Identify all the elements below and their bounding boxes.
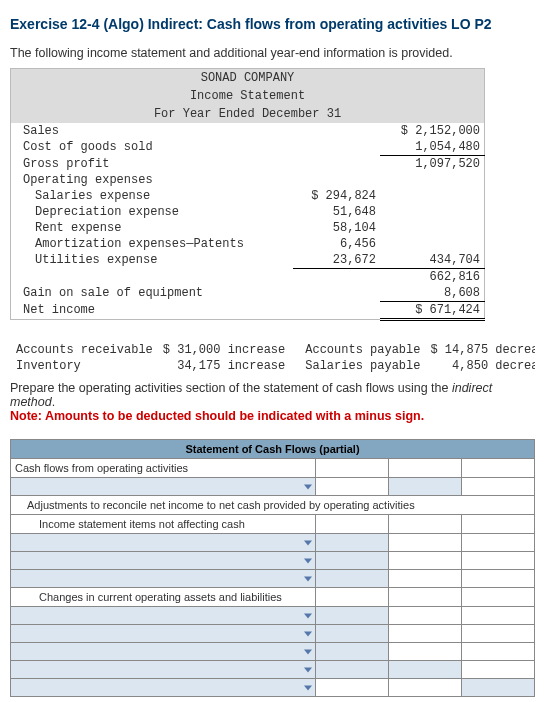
amount-input[interactable] [315, 607, 388, 625]
empty-cell [388, 534, 461, 552]
ai-change: 34,175 increase [159, 359, 289, 373]
ai-change: $ 31,000 increase [159, 343, 289, 357]
amount-input[interactable] [388, 661, 461, 679]
row-label: Net income [11, 302, 294, 320]
empty-cell [461, 515, 534, 534]
line-item-dropdown[interactable] [11, 679, 316, 697]
scf-table: Statement of Cash Flows (partial) Cash f… [10, 439, 535, 697]
amount-input[interactable] [315, 552, 388, 570]
row-total: 434,704 [380, 252, 485, 269]
row-value: $ 2,152,000 [380, 123, 485, 139]
row-label: Sales [11, 123, 294, 139]
row-value: 23,672 [293, 252, 380, 269]
row-label: Cost of goods sold [11, 139, 294, 156]
prepare-text-part: Prepare the operating activities section… [10, 381, 452, 395]
amount-input[interactable] [461, 679, 534, 697]
row-label: Utilities expense [11, 252, 294, 269]
ai-label: Inventory [12, 359, 157, 373]
empty-cell [461, 478, 534, 496]
empty-cell [388, 625, 461, 643]
row-label: Gain on sale of equipment [11, 285, 294, 302]
line-item-dropdown[interactable] [11, 552, 316, 570]
empty-cell [461, 459, 534, 478]
empty-cell [461, 625, 534, 643]
chevron-down-icon [304, 613, 312, 618]
note-text: Note: Amounts to be deducted should be i… [10, 409, 535, 423]
amount-input[interactable] [315, 570, 388, 588]
chevron-down-icon [304, 576, 312, 581]
empty-cell [461, 643, 534, 661]
empty-cell [461, 534, 534, 552]
amount-input[interactable] [388, 478, 461, 496]
chevron-down-icon [304, 649, 312, 654]
empty-cell [461, 607, 534, 625]
chevron-down-icon [304, 484, 312, 489]
empty-cell [461, 588, 534, 607]
ai-label: Accounts payable [301, 343, 424, 357]
row-value: 51,648 [293, 204, 380, 220]
row-label: Depreciation expense [11, 204, 294, 220]
company-name: SONAD COMPANY [11, 69, 485, 88]
line-item-dropdown[interactable] [11, 478, 316, 496]
additional-info-table: Accounts receivable $ 31,000 increase Ac… [10, 341, 535, 375]
row-value: 8,608 [380, 285, 485, 302]
line-item-dropdown[interactable] [11, 643, 316, 661]
line-item-dropdown[interactable] [11, 625, 316, 643]
row-label: Rent expense [11, 220, 294, 236]
income-statement-table: SONAD COMPANY Income Statement For Year … [10, 68, 485, 321]
empty-cell [388, 643, 461, 661]
empty-cell [388, 459, 461, 478]
row-label: Amortization expenses—Patents [11, 236, 294, 252]
amount-input[interactable] [315, 534, 388, 552]
ai-change: $ 14,875 decrea [426, 343, 535, 357]
chevron-down-icon [304, 667, 312, 672]
row-label: Gross profit [11, 156, 294, 173]
row-value: 1,097,520 [380, 156, 485, 173]
empty-cell [388, 607, 461, 625]
row-value: $ 294,824 [293, 188, 380, 204]
chevron-down-icon [304, 558, 312, 563]
chevron-down-icon [304, 631, 312, 636]
chevron-down-icon [304, 540, 312, 545]
row-label: Salaries expense [11, 188, 294, 204]
intro-text: The following income statement and addit… [10, 46, 535, 60]
row-value: $ 671,424 [380, 302, 485, 320]
empty-cell [461, 570, 534, 588]
prepare-instructions: Prepare the operating activities section… [10, 381, 535, 409]
empty-cell [388, 679, 461, 697]
prepare-text-part: . [52, 395, 55, 409]
empty-cell [315, 459, 388, 478]
line-item-dropdown[interactable] [11, 570, 316, 588]
ai-label: Accounts receivable [12, 343, 157, 357]
line-item-dropdown[interactable] [11, 534, 316, 552]
row-value: 662,816 [380, 269, 485, 286]
empty-cell [388, 588, 461, 607]
ai-label: Salaries payable [301, 359, 424, 373]
empty-cell [388, 570, 461, 588]
scf-changes-label: Changes in current operating assets and … [11, 588, 316, 607]
amount-input[interactable] [315, 625, 388, 643]
row-label: Operating expenses [11, 172, 294, 188]
empty-cell [315, 478, 388, 496]
scf-adjustments-label: Adjustments to reconcile net income to n… [11, 496, 535, 515]
amount-input[interactable] [315, 661, 388, 679]
empty-cell [388, 515, 461, 534]
line-item-dropdown[interactable] [11, 607, 316, 625]
row-value: 58,104 [293, 220, 380, 236]
line-item-dropdown[interactable] [11, 661, 316, 679]
empty-cell [315, 515, 388, 534]
row-value: 1,054,480 [380, 139, 485, 156]
empty-cell [388, 552, 461, 570]
empty-cell [461, 552, 534, 570]
empty-cell [315, 588, 388, 607]
row-value: 6,456 [293, 236, 380, 252]
empty-cell [315, 679, 388, 697]
scf-section-label: Cash flows from operating activities [11, 459, 316, 478]
exercise-title: Exercise 12-4 (Algo) Indirect: Cash flow… [10, 16, 535, 32]
statement-name: Income Statement [11, 87, 485, 105]
amount-input[interactable] [315, 643, 388, 661]
statement-period: For Year Ended December 31 [11, 105, 485, 123]
ai-change: 4,850 decrea [426, 359, 535, 373]
empty-cell [461, 661, 534, 679]
scf-header: Statement of Cash Flows (partial) [11, 440, 535, 459]
